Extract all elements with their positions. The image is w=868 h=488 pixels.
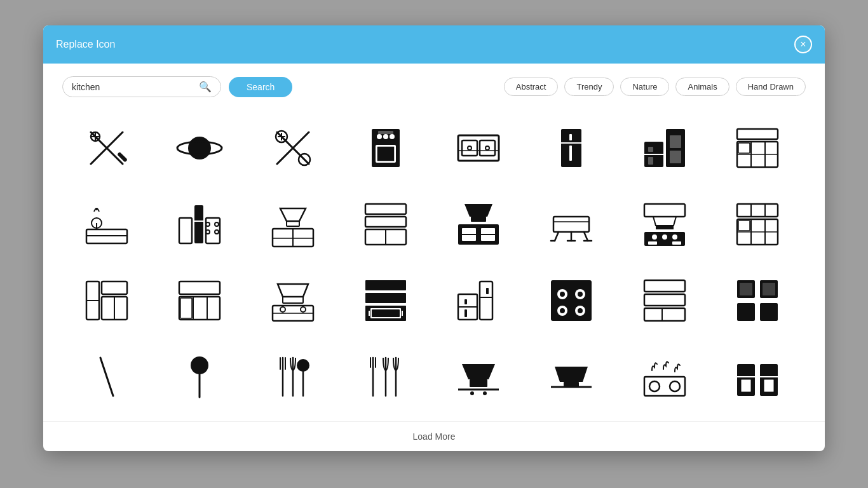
- icon-fridge-cabinet[interactable]: [527, 110, 616, 186]
- svg-rect-120: [372, 309, 400, 317]
- svg-rect-23: [458, 135, 499, 161]
- svg-point-28: [485, 146, 489, 150]
- svg-point-168: [483, 391, 487, 395]
- icon-rollingpin-planet[interactable]: [155, 110, 244, 186]
- svg-point-114: [280, 307, 285, 312]
- svg-rect-24: [462, 140, 477, 156]
- load-more-button[interactable]: Load More: [413, 431, 456, 442]
- svg-rect-146: [760, 303, 778, 321]
- modal-close-button[interactable]: ×: [794, 36, 812, 53]
- svg-rect-145: [737, 303, 755, 321]
- svg-rect-75: [553, 217, 589, 232]
- svg-marker-110: [278, 284, 308, 297]
- svg-rect-165: [470, 379, 487, 387]
- icons-grid: [62, 110, 806, 415]
- svg-point-136: [560, 308, 565, 313]
- svg-line-149: [100, 358, 113, 396]
- tag-animals[interactable]: Animals: [675, 78, 729, 96]
- svg-marker-59: [280, 208, 306, 221]
- svg-marker-68: [465, 204, 492, 217]
- icon-kitchen-appliance-row2[interactable]: [713, 339, 802, 415]
- svg-rect-172: [644, 377, 685, 396]
- tag-abstract[interactable]: Abstract: [504, 78, 559, 96]
- svg-rect-37: [648, 157, 653, 165]
- svg-rect-25: [480, 140, 495, 156]
- icon-kitchen-cooking-scene[interactable]: [62, 186, 151, 262]
- icon-range-hood-cabinet[interactable]: [248, 186, 337, 262]
- icon-oven-stove[interactable]: [341, 110, 430, 186]
- icon-kitchen-sink[interactable]: [434, 110, 523, 186]
- svg-rect-85: [656, 226, 674, 229]
- icon-kitchen-steam-table[interactable]: [620, 339, 709, 415]
- icon-kitchen-shelves-oven[interactable]: [341, 262, 430, 339]
- svg-rect-39: [670, 151, 681, 163]
- search-input[interactable]: [72, 82, 195, 92]
- tag-trendy[interactable]: Trendy: [564, 78, 614, 96]
- icon-kitchen-cabinet-top[interactable]: [341, 186, 430, 262]
- modal-title: Replace Icon: [56, 39, 115, 50]
- svg-point-174: [670, 381, 680, 391]
- svg-rect-92: [737, 204, 778, 217]
- svg-point-157: [297, 359, 309, 372]
- icon-kitchen-appliances[interactable]: [155, 186, 244, 262]
- svg-rect-40: [737, 129, 778, 139]
- icon-chopstick[interactable]: [62, 339, 151, 415]
- svg-rect-140: [644, 294, 685, 306]
- svg-rect-148: [763, 283, 775, 295]
- svg-rect-45: [738, 143, 750, 153]
- svg-rect-22: [378, 131, 393, 134]
- svg-point-49: [95, 208, 98, 210]
- icon-kitchen-counter-corner[interactable]: [713, 110, 802, 186]
- svg-point-58: [215, 230, 219, 234]
- icon-kitchen-stove-hood2[interactable]: [620, 186, 709, 262]
- svg-rect-38: [670, 135, 681, 148]
- icon-kitchen-island-stools[interactable]: [527, 186, 616, 262]
- search-bar: 🔍 Search Abstract Trendy Nature Animals …: [43, 64, 825, 110]
- icon-utensils-set[interactable]: [341, 339, 430, 415]
- svg-rect-64: [365, 204, 406, 214]
- search-button[interactable]: Search: [229, 77, 292, 97]
- icon-gas-stove-top[interactable]: [527, 262, 616, 339]
- svg-point-115: [301, 307, 306, 312]
- svg-point-167: [470, 391, 474, 395]
- svg-rect-128: [465, 299, 467, 304]
- icon-kitchen-layout3[interactable]: [620, 262, 709, 339]
- svg-rect-69: [471, 217, 486, 222]
- svg-point-20: [383, 134, 388, 139]
- icon-kitchen-grid[interactable]: [713, 262, 802, 339]
- icon-fork-knife-spoon[interactable]: [248, 339, 337, 415]
- svg-rect-147: [740, 283, 752, 295]
- load-more-area: Load More: [43, 421, 825, 451]
- icon-kitchen-layout1[interactable]: [62, 262, 151, 339]
- svg-rect-17: [377, 146, 395, 161]
- svg-point-87: [652, 234, 657, 240]
- icon-range-hood2[interactable]: [434, 339, 523, 415]
- icon-whisk-rollingpin[interactable]: [62, 110, 151, 186]
- icon-kitchen-fridge-layout[interactable]: [434, 262, 523, 339]
- svg-point-132: [560, 292, 565, 297]
- svg-point-150: [191, 356, 208, 374]
- svg-point-21: [390, 134, 395, 139]
- icon-kitchen-layout2[interactable]: [155, 262, 244, 339]
- icon-range-hood-stove-filled[interactable]: [434, 186, 523, 262]
- svg-rect-99: [738, 220, 750, 231]
- svg-point-88: [662, 234, 667, 240]
- svg-rect-32: [569, 146, 572, 161]
- svg-point-19: [377, 134, 382, 139]
- svg-marker-164: [462, 364, 495, 379]
- icon-whisk-crossed[interactable]: [248, 110, 337, 186]
- modal-body: 🔍 Search Abstract Trendy Nature Animals …: [43, 64, 825, 451]
- svg-rect-129: [465, 309, 467, 317]
- icon-range-hood3[interactable]: [527, 339, 616, 415]
- icon-spoon-ball[interactable]: [155, 339, 244, 415]
- icons-area[interactable]: [43, 110, 825, 421]
- svg-rect-65: [365, 217, 406, 227]
- svg-point-138: [578, 308, 583, 313]
- svg-rect-109: [180, 298, 192, 318]
- svg-line-77: [555, 232, 559, 241]
- icon-kitchen-range[interactable]: [248, 262, 337, 339]
- icon-kitchen-cabinet-block[interactable]: [620, 110, 709, 186]
- tag-nature[interactable]: Nature: [620, 78, 669, 96]
- tag-hand-drawn[interactable]: Hand Drawn: [736, 78, 806, 96]
- icon-kitchen-full-set[interactable]: [713, 186, 802, 262]
